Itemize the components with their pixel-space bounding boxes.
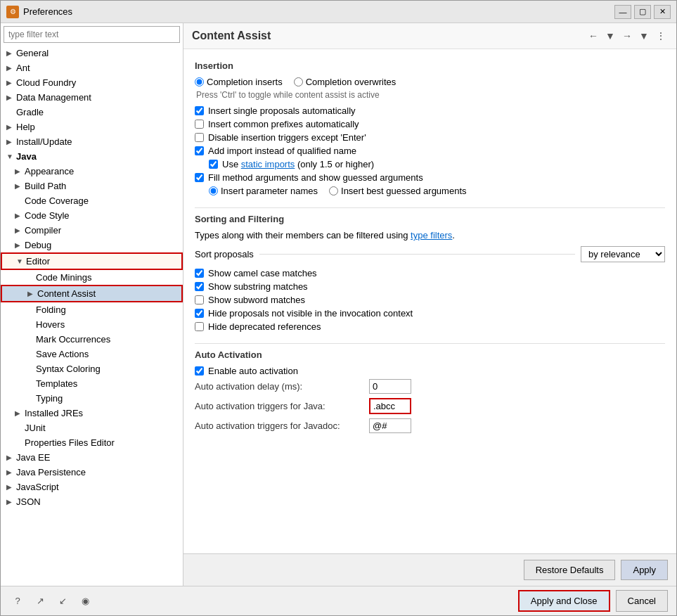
filter-input[interactable] [4,26,180,43]
show-camel-checkbox[interactable] [195,269,204,278]
sidebar-item-junit[interactable]: ▶ JUnit [1,421,183,435]
sidebar-item-java-persistence[interactable]: ▶ Java Persistence [1,465,183,480]
sidebar-item-json[interactable]: ▶ JSON [1,494,183,509]
insert-common-label: Insert common prefixes automatically [208,119,359,129]
completion-inserts-input[interactable] [195,77,204,86]
sidebar-item-syntax-coloring[interactable]: ▶ Syntax Coloring [1,361,183,376]
sidebar-item-help[interactable]: ▶ Help [1,120,183,134]
maximize-button[interactable]: ▢ [634,5,651,19]
use-static-imports-checkbox-item: Use static imports (only 1.5 or higher) [209,159,665,169]
show-subword-checkbox[interactable] [195,295,204,304]
sidebar-item-installed-jres[interactable]: ▶ Installed JREs [1,406,183,421]
static-imports-link[interactable]: static imports [241,159,295,169]
javadoc-triggers-label: Auto activation triggers for Javadoc: [195,421,363,431]
close-button[interactable]: ✕ [654,5,671,19]
sidebar-item-hovers[interactable]: ▶ Hovers [1,317,183,332]
sidebar-item-templates[interactable]: ▶ Templates [1,376,183,391]
completion-overwrites-label: Completion overwrites [306,77,396,87]
insert-best-guessed-input[interactable] [329,186,338,195]
sidebar-item-label: Mark Occurrences [36,334,110,345]
sidebar-item-debug[interactable]: ▶ Debug [1,238,183,252]
sidebar-item-folding[interactable]: ▶ Folding [1,302,183,317]
insert-common-checkbox[interactable] [195,120,204,129]
sidebar-item-build-path[interactable]: ▶ Build Path [1,179,183,193]
sidebar-item-editor[interactable]: ▼ Editor [1,252,183,270]
sidebar-item-install-update[interactable]: ▶ Install/Update [1,134,183,149]
expand-arrow: ▶ [6,49,15,57]
completion-inserts-radio[interactable]: Completion inserts [195,77,283,87]
sidebar-item-cloud-foundry[interactable]: ▶ Cloud Foundry [1,75,183,90]
sidebar-item-general[interactable]: ▶ General [1,46,183,60]
sidebar-item-mark-occurrences[interactable]: ▶ Mark Occurrences [1,332,183,347]
sidebar-item-ant[interactable]: ▶ Ant [1,60,183,75]
sidebar-item-java[interactable]: ▼ Java [1,149,183,164]
sidebar-item-content-assist[interactable]: ▶ Content Assist [1,285,183,302]
fill-method-checkbox[interactable] [195,173,204,182]
insert-best-guessed-radio[interactable]: Insert best guessed arguments [329,186,467,196]
expand-arrow: ▶ [15,182,23,190]
show-camel-checkbox-item: Show camel case matches [195,268,665,278]
sidebar-item-appearance[interactable]: ▶ Appearance [1,164,183,179]
completion-hint: Press 'Ctrl' to toggle while content ass… [196,90,665,100]
sidebar-item-java-ee[interactable]: ▶ Java EE [1,450,183,465]
sidebar-item-label: Help [16,122,35,132]
sidebar-item-gradle[interactable]: ▶ Gradle [1,105,183,120]
sidebar-item-label: Ant [16,63,30,73]
enable-auto-activation-checkbox[interactable] [195,366,204,376]
use-static-imports-checkbox[interactable] [209,160,218,169]
sidebar-item-data-management[interactable]: ▶ Data Management [1,90,183,105]
import-icon[interactable]: ↙ [54,593,71,610]
sorting-title: Sorting and Filtering [195,214,665,224]
insert-param-names-radio[interactable]: Insert parameter names [209,186,318,196]
sidebar-item-save-actions[interactable]: ▶ Save Actions [1,347,183,361]
fill-method-checkbox-item: Fill method arguments and show guessed a… [195,172,665,183]
javadoc-triggers-input[interactable] [369,418,411,433]
insert-param-names-input[interactable] [209,186,218,195]
hide-deprecated-checkbox[interactable] [195,322,204,331]
add-import-checkbox[interactable] [195,146,204,155]
enable-auto-activation-item: Enable auto activation [195,366,665,376]
completion-overwrites-input[interactable] [294,77,303,86]
show-substring-checkbox[interactable] [195,282,204,291]
completion-overwrites-radio[interactable]: Completion overwrites [294,77,396,87]
sidebar-item-code-minings[interactable]: ▶ Code Minings [1,270,183,285]
back-button[interactable]: ← [586,29,600,43]
hide-not-visible-checkbox[interactable] [195,309,204,318]
cancel-button[interactable]: Cancel [616,590,668,612]
preferences-icon[interactable]: ◉ [77,593,94,610]
minimize-button[interactable]: — [614,5,631,19]
apply-and-close-button[interactable]: Apply and Close [518,590,610,612]
expand-arrow: ▶ [6,123,15,131]
sidebar-item-label: Properties Files Editor [25,437,115,448]
sidebar-item-compiler[interactable]: ▶ Compiler [1,223,183,238]
insert-single-checkbox[interactable] [195,106,204,115]
sidebar-item-code-coverage[interactable]: ▶ Code Coverage [1,193,183,208]
menu-button[interactable]: ⋮ [654,29,668,43]
auto-delay-row: Auto activation delay (ms): [195,379,665,394]
expand-arrow: ▶ [15,212,23,219]
show-substring-checkbox-item: Show substring matches [195,281,665,292]
sidebar-item-properties-files-editor[interactable]: ▶ Properties Files Editor [1,435,183,450]
panel-content: Insertion Completion inserts Completion … [183,49,676,553]
sort-select[interactable]: by relevance alphabetically [581,246,665,262]
forward-dropdown-button[interactable]: ▼ [637,29,651,43]
java-triggers-input[interactable] [369,398,411,414]
sidebar-item-typing[interactable]: ▶ Typing [1,391,183,406]
sidebar: ▶ General ▶ Ant ▶ Cloud Foundry ▶ Data M… [1,23,183,586]
sidebar-item-code-style[interactable]: ▶ Code Style [1,208,183,223]
sidebar-item-javascript[interactable]: ▶ JavaScript [1,480,183,494]
expand-arrow: ▶ [15,241,23,249]
dropdown-button[interactable]: ▼ [603,29,617,43]
restore-defaults-button[interactable]: Restore Defaults [524,560,616,580]
sidebar-item-label: Install/Update [16,136,72,147]
type-filters-link[interactable]: type filters [411,230,452,240]
apply-button[interactable]: Apply [621,560,668,580]
export-icon[interactable]: ↗ [32,593,49,610]
disable-insertion-checkbox[interactable] [195,133,204,142]
hide-deprecated-label: Hide deprecated references [208,321,321,332]
auto-delay-input[interactable] [369,379,411,394]
forward-button[interactable]: → [620,29,634,43]
panel-header: Content Assist ← ▼ → ▼ ⋮ [183,23,676,49]
help-icon[interactable]: ? [9,593,26,610]
insertion-section: Insertion Completion inserts Completion … [195,60,665,196]
